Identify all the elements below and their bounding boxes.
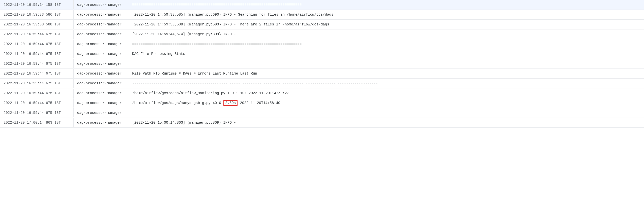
log-source: dag-processor-manager (74, 69, 129, 78)
highlight-annotation: 2.89s (223, 100, 238, 106)
log-message: [2022-11-20 14:59:33,588] {manager.py:69… (129, 20, 644, 29)
log-table: 2022-11-20 16:59:14.158 ISTdag-processor… (0, 0, 644, 128)
log-timestamp: 2022-11-20 16:59:44.675 IST (0, 59, 74, 68)
log-timestamp: 2022-11-20 16:59:33.588 IST (0, 20, 74, 29)
log-message: [2022-11-20 14:59:33,585] {manager.py:69… (129, 10, 644, 19)
log-timestamp: 2022-11-20 16:59:44.675 IST (0, 79, 74, 88)
log-row[interactable]: 2022-11-20 16:59:44.675 ISTdag-processor… (0, 98, 644, 108)
log-timestamp: 2022-11-20 16:59:44.675 IST (0, 89, 74, 98)
log-timestamp: 2022-11-20 16:59:14.158 IST (0, 0, 74, 9)
log-row[interactable]: 2022-11-20 16:59:44.675 ISTdag-processor… (0, 79, 644, 88)
log-source: dag-processor-manager (74, 49, 129, 58)
log-row[interactable]: 2022-11-20 16:59:44.675 ISTdag-processor… (0, 108, 644, 118)
log-timestamp: 2022-11-20 16:59:44.675 IST (0, 108, 74, 117)
log-timestamp: 2022-11-20 16:59:33.586 IST (0, 10, 74, 19)
log-row[interactable]: 2022-11-20 16:59:44.675 ISTdag-processor… (0, 39, 644, 49)
log-message: /home/airflow/gcs/dags/manydagsbig.py 40… (129, 98, 644, 108)
log-source: dag-processor-manager (74, 79, 129, 88)
log-message: ----------------------------------------… (129, 79, 644, 88)
log-source: dag-processor-manager (74, 118, 129, 127)
log-message: [2022-11-20 14:59:44,674] {manager.py:80… (129, 30, 644, 39)
log-timestamp: 2022-11-20 17:00:14.863 IST (0, 118, 74, 127)
log-timestamp: 2022-11-20 16:59:44.675 IST (0, 30, 74, 39)
log-row[interactable]: 2022-11-20 16:59:44.675 ISTdag-processor… (0, 29, 644, 39)
log-source: dag-processor-manager (74, 0, 129, 9)
log-message: ========================================… (129, 0, 644, 9)
log-message-text: /home/airflow/gcs/dags/manydagsbig.py 40… (132, 101, 223, 105)
log-row[interactable]: 2022-11-20 16:59:33.588 ISTdag-processor… (0, 20, 644, 29)
log-source: dag-processor-manager (74, 98, 129, 108)
log-timestamp: 2022-11-20 16:59:44.675 IST (0, 69, 74, 78)
log-timestamp: 2022-11-20 16:59:44.675 IST (0, 98, 74, 108)
log-message: ========================================… (129, 108, 644, 117)
log-message: File Path PID Runtime # DAGs # Errors La… (129, 69, 644, 78)
log-row[interactable]: 2022-11-20 16:59:44.675 ISTdag-processor… (0, 69, 644, 79)
log-row[interactable]: 2022-11-20 16:59:33.586 ISTdag-processor… (0, 10, 644, 20)
log-source: dag-processor-manager (74, 59, 129, 68)
log-message: DAG File Processing Stats (129, 49, 644, 58)
log-source: dag-processor-manager (74, 10, 129, 19)
log-source: dag-processor-manager (74, 89, 129, 98)
log-message: [2022-11-20 15:00:14,863] {manager.py:80… (129, 118, 644, 127)
log-timestamp: 2022-11-20 16:59:44.675 IST (0, 40, 74, 49)
log-message-text: 2022-11-20T14:58:40 (238, 101, 280, 105)
log-message (129, 61, 644, 66)
log-row[interactable]: 2022-11-20 16:59:44.675 ISTdag-processor… (0, 49, 644, 59)
log-row[interactable]: 2022-11-20 16:59:44.675 ISTdag-processor… (0, 59, 644, 69)
log-source: dag-processor-manager (74, 30, 129, 39)
log-message: /home/airflow/gcs/dags/airflow_monitorin… (129, 89, 644, 98)
log-row[interactable]: 2022-11-20 16:59:44.675 ISTdag-processor… (0, 88, 644, 98)
log-source: dag-processor-manager (74, 40, 129, 49)
log-timestamp: 2022-11-20 16:59:44.675 IST (0, 49, 74, 58)
log-message: ========================================… (129, 40, 644, 49)
log-row[interactable]: 2022-11-20 16:59:14.158 ISTdag-processor… (0, 0, 644, 10)
log-source: dag-processor-manager (74, 20, 129, 29)
log-row[interactable]: 2022-11-20 17:00:14.863 ISTdag-processor… (0, 118, 644, 128)
log-source: dag-processor-manager (74, 108, 129, 117)
